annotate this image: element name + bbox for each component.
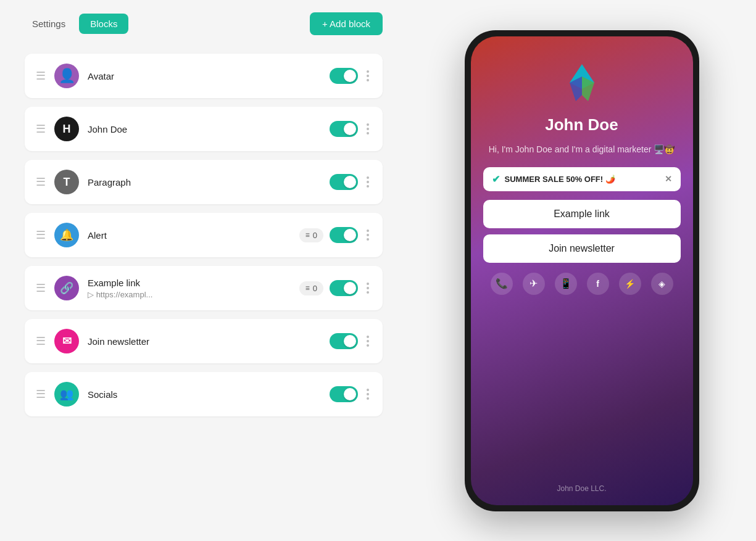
block-label-socials: Socials	[88, 389, 321, 400]
drag-handle[interactable]: ☰	[36, 69, 46, 83]
toggle-socials[interactable]	[330, 386, 358, 402]
block-label-alert: Alert	[88, 230, 291, 241]
settings-tab[interactable]: Settings	[25, 14, 73, 34]
drag-handle[interactable]: ☰	[36, 334, 46, 348]
block-label-avatar: Avatar	[88, 71, 321, 81]
alert-check-icon: ✔	[492, 173, 500, 185]
more-btn-paragraph[interactable]	[364, 174, 372, 190]
block-label-paragraph: Paragraph	[88, 177, 321, 188]
phone-example-link-button[interactable]: Example link	[483, 200, 681, 228]
click-number: 0	[313, 231, 317, 240]
block-row-socials: ☰ 👥 Socials	[25, 372, 383, 416]
alert-text: SUMMER SALE 50% OFF! 🌶️	[505, 175, 660, 184]
example-link-icon: 🔗	[54, 276, 79, 300]
click-icon: ≡	[305, 284, 310, 292]
social-phone-icon[interactable]: 📞	[491, 273, 513, 295]
paragraph-icon: T	[54, 170, 79, 194]
add-block-button[interactable]: + Add block	[310, 12, 383, 35]
phone-join-newsletter-button[interactable]: Join newsletter	[483, 234, 681, 263]
social-messenger-icon[interactable]: ⚡	[619, 273, 641, 295]
toggle-alert[interactable]	[330, 227, 358, 243]
avatar-icon: 👤	[54, 64, 79, 88]
block-meta-join-newsletter	[330, 333, 372, 349]
click-count-example-link: ≡ 0	[299, 281, 323, 295]
header-tabs: Settings Blocks	[25, 14, 128, 34]
block-label-john-doe: John Doe	[88, 124, 321, 134]
phone-footer: John Doe LLC.	[557, 484, 606, 493]
phone-screen: John Doe Hi, I'm John Doe and I'm a digi…	[471, 36, 693, 505]
more-btn-example-link[interactable]	[364, 280, 372, 296]
header: Settings Blocks + Add block	[25, 12, 383, 35]
block-list: ☰ 👤 Avatar ☰ H John Doe ☰ T Paragraph	[25, 54, 383, 416]
block-row-join-newsletter: ☰ ✉ Join newsletter	[25, 319, 383, 363]
example-link-info: Example link ▷ https://exampl...	[88, 278, 291, 299]
block-label-join-newsletter: Join newsletter	[88, 336, 321, 347]
phone-alert-bar: ✔ SUMMER SALE 50% OFF! 🌶️ ✕	[483, 167, 681, 191]
block-meta-alert: ≡ 0	[299, 227, 372, 243]
toggle-join-newsletter[interactable]	[330, 333, 358, 349]
block-row-john-doe: ☰ H John Doe	[25, 107, 383, 151]
more-btn-socials[interactable]	[364, 386, 372, 402]
block-meta-socials	[330, 386, 372, 402]
block-row-alert: ☰ 🔔 Alert ≡ 0	[25, 213, 383, 257]
phone-mockup: John Doe Hi, I'm John Doe and I'm a digi…	[465, 30, 699, 511]
drag-handle[interactable]: ☰	[36, 281, 46, 295]
block-meta-example-link: ≡ 0	[299, 280, 372, 296]
social-discord-icon[interactable]: ◈	[651, 273, 673, 295]
more-btn-join-newsletter[interactable]	[364, 333, 372, 349]
blocks-tab[interactable]: Blocks	[79, 14, 128, 34]
social-facebook-icon[interactable]: f	[587, 273, 609, 295]
social-telegram-icon[interactable]: ✈	[523, 273, 545, 295]
alert-close-icon[interactable]: ✕	[665, 174, 672, 184]
drag-handle[interactable]: ☰	[36, 175, 46, 189]
block-row-avatar: ☰ 👤 Avatar	[25, 54, 383, 98]
phone-user-name: John Doe	[545, 115, 618, 134]
toggle-paragraph[interactable]	[330, 174, 358, 190]
socials-icon: 👥	[54, 382, 79, 407]
more-btn-john-doe[interactable]	[364, 121, 372, 137]
click-icon: ≡	[305, 231, 310, 239]
john-doe-icon: H	[54, 117, 79, 141]
click-number: 0	[313, 284, 317, 293]
more-btn-avatar[interactable]	[364, 68, 372, 84]
left-panel: Settings Blocks + Add block ☰ 👤 Avatar ☰…	[0, 0, 407, 541]
drag-handle[interactable]: ☰	[36, 228, 46, 242]
join-newsletter-icon: ✉	[54, 329, 79, 353]
right-panel: John Doe Hi, I'm John Doe and I'm a digi…	[407, 0, 756, 541]
block-label-example-link: Example link	[88, 278, 291, 288]
block-meta-john-doe	[330, 121, 372, 137]
phone-social-icons: 📞 ✈ 📱 f ⚡ ◈	[491, 273, 673, 295]
toggle-avatar[interactable]	[330, 68, 358, 84]
social-whatsapp-icon[interactable]: 📱	[555, 273, 577, 295]
alert-icon: 🔔	[54, 223, 79, 247]
block-meta-avatar	[330, 68, 372, 84]
phone-logo	[560, 61, 604, 107]
click-count-alert: ≡ 0	[299, 228, 323, 242]
toggle-example-link[interactable]	[330, 280, 358, 296]
block-row-paragraph: ☰ T Paragraph	[25, 160, 383, 204]
block-sub-example-link: ▷ https://exampl...	[88, 290, 291, 299]
more-btn-alert[interactable]	[364, 227, 372, 243]
drag-handle[interactable]: ☰	[36, 122, 46, 136]
block-row-example-link: ☰ 🔗 Example link ▷ https://exampl... ≡ 0	[25, 266, 383, 310]
drag-handle[interactable]: ☰	[36, 387, 46, 401]
toggle-john-doe[interactable]	[330, 121, 358, 137]
block-meta-paragraph	[330, 174, 372, 190]
phone-bio: Hi, I'm John Doe and I'm a digital marke…	[489, 143, 675, 156]
